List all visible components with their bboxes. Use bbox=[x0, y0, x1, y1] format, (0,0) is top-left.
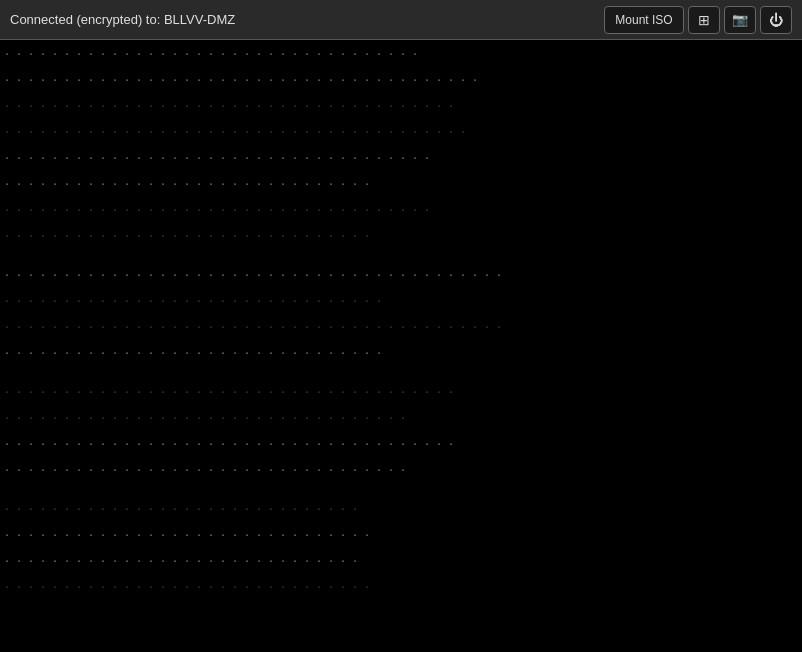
mount-iso-button[interactable]: Mount ISO bbox=[604, 6, 684, 34]
connection-status: Connected (encrypted) to: BLLVV-DMZ bbox=[10, 12, 235, 27]
kvm-button[interactable]: ⊞ bbox=[688, 6, 720, 34]
power-button[interactable]: ⏻ bbox=[760, 6, 792, 34]
terminal-content: . . . . . . . . . . . . . . . . . . . . … bbox=[0, 40, 802, 652]
terminal-area[interactable]: . . . . . . . . . . . . . . . . . . . . … bbox=[0, 40, 802, 652]
screenshot-button[interactable]: 📷 bbox=[724, 6, 756, 34]
kvm-icon: ⊞ bbox=[698, 12, 710, 28]
screenshot-icon: 📷 bbox=[732, 12, 748, 27]
header-bar: Connected (encrypted) to: BLLVV-DMZ Moun… bbox=[0, 0, 802, 40]
power-icon: ⏻ bbox=[769, 12, 783, 28]
toolbar: Mount ISO ⊞ 📷 ⏻ bbox=[604, 6, 792, 34]
